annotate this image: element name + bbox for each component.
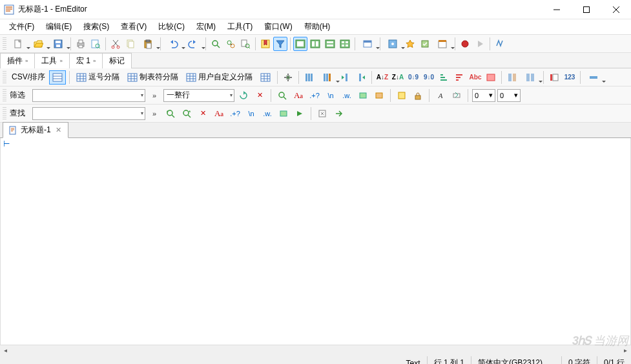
print-preview-button[interactable] bbox=[88, 37, 103, 51]
filter-bookmark-button[interactable] bbox=[395, 88, 409, 103]
record-macro-button[interactable] bbox=[458, 37, 472, 51]
close-button[interactable] bbox=[601, 0, 631, 19]
filter-escape-button[interactable]: \n bbox=[324, 88, 338, 103]
view-mode1-button[interactable] bbox=[293, 37, 307, 51]
filter-after-spinner[interactable]: 0▾ bbox=[497, 89, 521, 102]
filter-inc-button[interactable] bbox=[356, 88, 370, 103]
menu-search[interactable]: 搜索(S) bbox=[78, 20, 114, 34]
view-mode3-button[interactable] bbox=[323, 37, 337, 51]
gripper-icon[interactable] bbox=[3, 71, 6, 84]
filter-regex-button[interactable]: .+? bbox=[307, 88, 322, 103]
find-next-button[interactable] bbox=[180, 106, 194, 121]
menu-help[interactable]: 帮助(H) bbox=[299, 20, 336, 34]
split2-button[interactable] bbox=[521, 70, 540, 85]
csv-tab-button[interactable]: 制表符分隔 bbox=[124, 70, 181, 85]
menu-tools[interactable]: 工具(T) bbox=[222, 20, 258, 34]
filter-out-button[interactable] bbox=[450, 88, 464, 103]
status-chars[interactable]: 0 字符 bbox=[562, 356, 597, 364]
find-clear-button[interactable]: ✕ bbox=[196, 106, 210, 121]
print-button[interactable] bbox=[74, 37, 88, 51]
columns-button[interactable] bbox=[302, 70, 316, 85]
menu-compare[interactable]: 比较(C) bbox=[153, 20, 190, 34]
column-left-button[interactable] bbox=[338, 70, 353, 85]
bookmark-button[interactable] bbox=[258, 37, 273, 51]
find-go-button[interactable] bbox=[331, 106, 346, 121]
save-button[interactable] bbox=[48, 37, 68, 51]
tool3-button[interactable] bbox=[418, 37, 432, 51]
csv-comma-button[interactable]: 逗号分隔 bbox=[73, 70, 123, 85]
view-mode4-button[interactable] bbox=[338, 37, 352, 51]
panel-tab-marks[interactable]: 标记 bbox=[102, 53, 132, 68]
find-case-button[interactable]: Aa bbox=[212, 106, 226, 121]
editor-area[interactable]: ⊢ bbox=[0, 138, 631, 345]
more-button[interactable] bbox=[584, 70, 603, 85]
document-tab[interactable]: 无标题-1 ✕ bbox=[3, 122, 68, 138]
new-file-button[interactable] bbox=[8, 37, 28, 51]
column-right-button[interactable] bbox=[354, 70, 368, 85]
menu-view[interactable]: 查看(V) bbox=[116, 20, 152, 34]
cut-button[interactable] bbox=[109, 37, 123, 51]
filter-toggle-button[interactable] bbox=[273, 37, 287, 51]
csv-grid-button[interactable] bbox=[257, 70, 274, 85]
find-combo[interactable]: ▾ bbox=[32, 107, 145, 120]
find-word-button[interactable]: .w. bbox=[260, 106, 274, 121]
csv-normal-button[interactable] bbox=[49, 70, 66, 85]
status-mode[interactable]: Text bbox=[400, 356, 428, 364]
filter-combo[interactable]: ▾ bbox=[32, 89, 145, 102]
status-encoding[interactable]: 简体中文(GB2312) bbox=[471, 356, 562, 364]
maximize-button[interactable] bbox=[572, 0, 601, 19]
split1-button[interactable] bbox=[505, 70, 519, 85]
menu-macro[interactable]: 宏(M) bbox=[191, 20, 221, 34]
panel-tab-macro[interactable]: 宏 1» bbox=[69, 53, 103, 68]
sort-highlight-button[interactable] bbox=[484, 70, 498, 85]
tab-close-button[interactable]: ✕ bbox=[54, 126, 63, 134]
menu-window[interactable]: 窗口(W) bbox=[259, 20, 297, 34]
filter-all-button[interactable]: A bbox=[433, 88, 448, 103]
sort-az-button[interactable]: A↓Z bbox=[375, 70, 389, 85]
copy-button[interactable] bbox=[123, 37, 138, 51]
sort-09-button[interactable]: 0↓9 bbox=[406, 70, 420, 85]
columns-dd-button[interactable] bbox=[318, 70, 337, 85]
help-icon-button[interactable] bbox=[493, 37, 507, 51]
filter-search-button[interactable] bbox=[275, 88, 289, 103]
play-macro-button[interactable] bbox=[473, 37, 487, 51]
gripper-icon[interactable] bbox=[3, 37, 6, 50]
minimize-button[interactable] bbox=[542, 0, 572, 19]
gripper-icon[interactable] bbox=[3, 107, 6, 120]
panel-tab-tools[interactable]: 工具» bbox=[34, 53, 69, 68]
scroll-track[interactable] bbox=[11, 345, 620, 356]
tool1-button[interactable] bbox=[383, 37, 402, 51]
sort-za-button[interactable]: Z↓A bbox=[391, 70, 405, 85]
status-lines[interactable]: 0/1 行 bbox=[597, 356, 631, 364]
tool2-button[interactable] bbox=[403, 37, 417, 51]
view-mode2-button[interactable] bbox=[308, 37, 322, 51]
sort-len-desc-button[interactable] bbox=[453, 70, 467, 85]
sort-word-button[interactable]: Abc bbox=[468, 70, 482, 85]
gripper-icon[interactable] bbox=[3, 89, 6, 102]
undo-button[interactable] bbox=[163, 37, 183, 51]
find-escape-button[interactable]: \n bbox=[244, 106, 258, 121]
find-expand-button[interactable]: » bbox=[147, 106, 161, 121]
num-button[interactable]: 123 bbox=[563, 70, 577, 85]
panel-tab-plugins[interactable]: 插件» bbox=[0, 53, 35, 68]
filter-word-button[interactable]: .w. bbox=[340, 88, 354, 103]
sort-90-button[interactable]: 9↓0 bbox=[422, 70, 436, 85]
csv-tool-a[interactable] bbox=[281, 70, 295, 85]
filter-refresh-button[interactable] bbox=[236, 88, 251, 103]
find-regex-button[interactable]: .+? bbox=[228, 106, 242, 121]
scroll-left-button[interactable]: ◄ bbox=[0, 345, 11, 356]
menu-edit[interactable]: 编辑(E) bbox=[41, 20, 77, 34]
paste-button[interactable] bbox=[138, 37, 158, 51]
find-prev-button[interactable] bbox=[163, 106, 178, 121]
filter-before-spinner[interactable]: 0▾ bbox=[472, 89, 495, 102]
filter-case-button[interactable]: Aa bbox=[291, 88, 305, 103]
find-close-button[interactable] bbox=[315, 106, 329, 121]
find-next2-button[interactable] bbox=[293, 106, 307, 121]
redo-button[interactable] bbox=[183, 37, 203, 51]
filter-clear-button[interactable]: ✕ bbox=[253, 88, 267, 103]
filter-exc-button[interactable] bbox=[372, 88, 386, 103]
horizontal-scrollbar[interactable]: ◄ ► bbox=[0, 345, 631, 356]
find-button[interactable] bbox=[209, 37, 223, 51]
csv-user-button[interactable]: 用户自定义分隔 bbox=[183, 70, 256, 85]
menu-file[interactable]: 文件(F) bbox=[4, 20, 39, 34]
